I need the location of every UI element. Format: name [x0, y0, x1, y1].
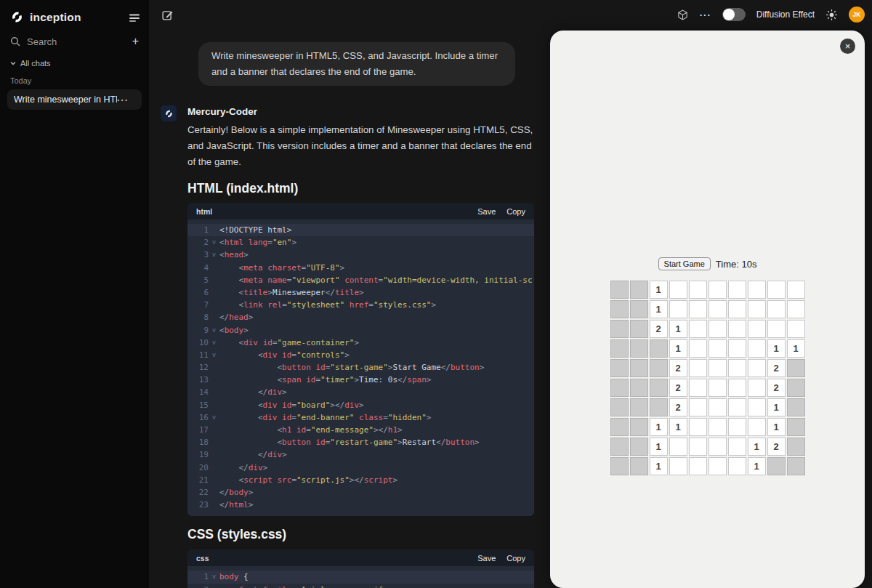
board-cell[interactable] [787, 438, 805, 456]
board-cell[interactable]: 2 [669, 379, 687, 397]
board-cell[interactable] [630, 398, 648, 416]
board-cell[interactable]: 1 [767, 398, 786, 416]
fold-toggle-icon[interactable] [209, 349, 219, 361]
board-cell[interactable] [610, 320, 629, 338]
board-cell[interactable] [689, 418, 707, 436]
fold-toggle-icon[interactable] [209, 411, 219, 424]
board-cell[interactable] [728, 339, 746, 358]
board-cell[interactable] [689, 281, 707, 299]
board-cell[interactable] [610, 300, 629, 318]
board-cell[interactable] [610, 339, 629, 358]
board-cell[interactable] [669, 457, 687, 475]
board-cell[interactable] [650, 398, 668, 416]
board-cell[interactable] [669, 438, 687, 456]
board-cell[interactable] [689, 300, 707, 318]
save-button[interactable]: Save [477, 207, 496, 216]
board-cell[interactable]: 1 [669, 320, 687, 338]
board-cell[interactable] [748, 281, 766, 299]
board-cell[interactable] [708, 379, 727, 397]
board-cell[interactable] [708, 281, 727, 299]
board-cell[interactable] [630, 438, 648, 456]
board-cell[interactable] [728, 418, 746, 436]
chat-options-icon[interactable]: ··· [117, 95, 129, 105]
board-cell[interactable] [630, 281, 648, 299]
board-cell[interactable] [787, 359, 805, 377]
board-cell[interactable]: 1 [767, 418, 786, 436]
board-cell[interactable] [689, 379, 707, 397]
board-cell[interactable]: 1 [748, 457, 766, 475]
board-cell[interactable]: 1 [650, 438, 668, 456]
diffusion-effect-toggle[interactable] [722, 8, 746, 21]
board-cell[interactable] [630, 339, 648, 358]
board-cell[interactable] [787, 281, 805, 299]
sidebar-collapse-icon[interactable] [129, 13, 140, 22]
board-cell[interactable] [689, 320, 707, 338]
board-cell[interactable] [708, 359, 727, 377]
board-cell[interactable]: 2 [669, 359, 687, 377]
board-cell[interactable]: 1 [650, 418, 668, 436]
board-cell[interactable] [708, 418, 727, 436]
board-cell[interactable] [689, 359, 707, 377]
new-chat-compose-icon[interactable] [161, 9, 174, 21]
board-cell[interactable]: 2 [767, 379, 786, 397]
package-cube-icon[interactable] [677, 9, 689, 21]
board-cell[interactable] [767, 300, 786, 318]
board-cell[interactable] [630, 457, 648, 475]
board-cell[interactable] [748, 300, 766, 318]
board-cell[interactable] [767, 320, 786, 338]
fold-toggle-icon[interactable] [209, 571, 219, 583]
board-cell[interactable] [630, 418, 648, 436]
board-cell[interactable] [767, 281, 786, 299]
board-cell[interactable] [689, 339, 707, 358]
fold-toggle-icon[interactable] [209, 236, 219, 249]
board-cell[interactable] [708, 457, 727, 475]
board-cell[interactable]: 1 [650, 300, 668, 318]
board-cell[interactable] [767, 457, 786, 475]
board-cell[interactable] [610, 359, 629, 377]
fold-toggle-icon[interactable] [209, 324, 219, 337]
board-cell[interactable]: 1 [650, 281, 668, 299]
board-cell[interactable] [630, 359, 648, 377]
board-cell[interactable]: 2 [669, 398, 687, 416]
board-cell[interactable] [748, 379, 766, 397]
board-cell[interactable] [650, 359, 668, 377]
board-cell[interactable]: 2 [767, 438, 786, 456]
fold-toggle-icon[interactable] [209, 249, 219, 261]
board-cell[interactable]: 2 [767, 359, 786, 377]
fold-toggle-icon[interactable] [209, 337, 219, 349]
board-cell[interactable]: 1 [767, 339, 786, 358]
board-cell[interactable] [610, 379, 629, 397]
user-avatar[interactable]: JK [849, 7, 865, 23]
board-cell[interactable] [669, 281, 687, 299]
board-cell[interactable] [787, 418, 805, 436]
board-cell[interactable]: 1 [669, 418, 687, 436]
board-cell[interactable] [650, 379, 668, 397]
board-cell[interactable] [708, 339, 727, 358]
board-cell[interactable]: 1 [650, 457, 668, 475]
close-icon[interactable]: × [840, 39, 855, 54]
board-cell[interactable] [728, 281, 746, 299]
board-cell[interactable] [787, 457, 805, 475]
board-cell[interactable] [728, 300, 746, 318]
board-cell[interactable] [630, 320, 648, 338]
board-cell[interactable]: 2 [650, 320, 668, 338]
board-cell[interactable] [728, 379, 746, 397]
board-cell[interactable]: 1 [748, 438, 766, 456]
board-cell[interactable] [610, 418, 629, 436]
board-cell[interactable] [708, 300, 727, 318]
board-cell[interactable] [689, 398, 707, 416]
board-cell[interactable] [669, 300, 687, 318]
board-cell[interactable] [630, 300, 648, 318]
more-options-icon[interactable]: ··· [700, 10, 711, 20]
board-cell[interactable] [787, 398, 805, 416]
new-chat-plus-icon[interactable]: + [132, 36, 139, 47]
board-cell[interactable] [708, 320, 727, 338]
board-cell[interactable]: 1 [669, 339, 687, 358]
board-cell[interactable] [748, 418, 766, 436]
board-cell[interactable] [630, 379, 648, 397]
board-cell[interactable] [708, 438, 727, 456]
sidebar-item-chat[interactable]: Write minesweeper in HTML5 ··· [7, 89, 142, 110]
board-cell[interactable] [748, 359, 766, 377]
board-cell[interactable] [787, 379, 805, 397]
board-cell[interactable] [610, 438, 629, 456]
